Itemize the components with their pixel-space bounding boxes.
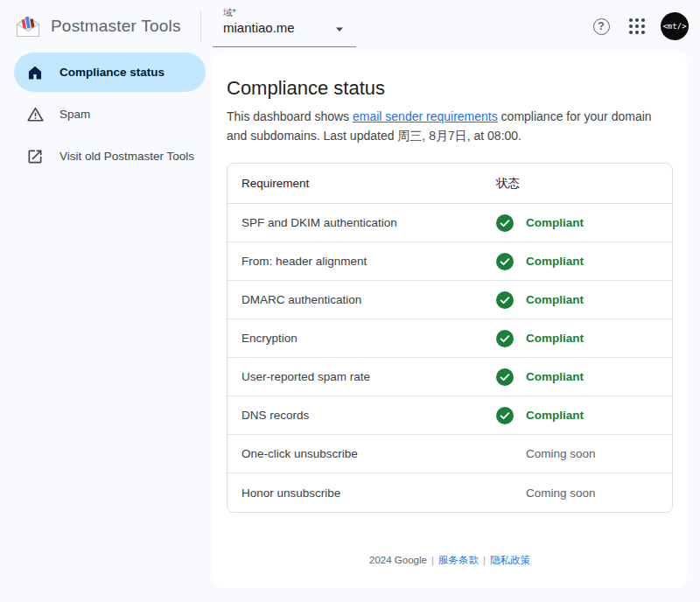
main-content-card: Compliance status This dashboard shows e…: [213, 52, 687, 588]
page-title: Compliance status: [227, 77, 385, 100]
sidebar-item-visit-old-postmaster-tools[interactable]: Visit old Postmaster Tools: [14, 136, 206, 176]
description-prefix: This dashboard shows: [227, 109, 353, 123]
footer-terms-link[interactable]: 服务条款: [438, 555, 479, 565]
table-row: User-reported spam rate Compliant: [228, 358, 672, 396]
column-header-status: 状态: [496, 176, 520, 192]
sidebar-item-spam[interactable]: Spam: [14, 94, 206, 134]
sidebar-item-label: Spam: [60, 108, 90, 121]
status-label: Compliant: [526, 332, 584, 345]
account-avatar[interactable]: <mt/>: [661, 12, 689, 40]
column-header-requirement: Requirement: [242, 177, 309, 190]
status-cell: Coming soon: [496, 447, 596, 460]
table-row: One-click unsubscribe Coming soon: [228, 435, 672, 473]
requirement-label: Honor unsubscribe: [242, 486, 340, 500]
status-cell: Compliant: [496, 214, 584, 232]
table-row: Honor unsubscribe Coming soon: [228, 473, 672, 512]
domain-selector-label: 域*: [223, 7, 236, 19]
footer-privacy-link[interactable]: 隐私政策: [490, 555, 530, 565]
help-button[interactable]: ?: [589, 14, 613, 38]
status-cell: Compliant: [496, 407, 584, 424]
requirement-label: One-click unsubscribe: [242, 447, 358, 460]
status-label: Coming soon: [526, 447, 596, 460]
check-circle-icon: [496, 291, 514, 309]
sidebar-item-compliance-status[interactable]: Compliance status: [14, 52, 206, 92]
question-mark-icon: ?: [593, 18, 610, 35]
requirement-label: User-reported spam rate: [242, 370, 370, 383]
header-divider: [200, 11, 201, 41]
check-circle-icon: [496, 330, 514, 347]
header-actions: ? <mt/>: [589, 0, 689, 52]
status-label: Compliant: [526, 293, 584, 306]
postmaster-tools-page: Postmaster Tools 域* miantiao.me ? <mt/>: [0, 0, 700, 602]
footer-separator: |: [483, 555, 486, 565]
compliance-table-body: SPF and DKIM authentication Compliant Fr…: [228, 204, 672, 512]
email-sender-requirements-link[interactable]: email sender requirements: [353, 109, 498, 123]
brand: Postmaster Tools: [0, 13, 181, 39]
check-circle-icon: [496, 407, 514, 424]
google-apps-button[interactable]: [625, 14, 649, 38]
warning-triangle-icon: [24, 104, 46, 125]
table-row: DNS records Compliant: [228, 396, 672, 435]
requirement-label: Encryption: [242, 332, 298, 345]
status-label: Compliant: [526, 216, 584, 229]
home-icon: [24, 62, 46, 83]
status-label: Coming soon: [526, 486, 596, 500]
requirement-label: From: header alignment: [242, 255, 367, 268]
requirement-label: DNS records: [242, 409, 309, 422]
status-label: Compliant: [526, 370, 584, 383]
sidebar: Compliance status Spam Visit old Postmas…: [0, 52, 213, 176]
domain-selector-value: miantiao.me: [223, 20, 295, 35]
check-circle-icon: [496, 253, 514, 270]
footer: 2024 Google|服务条款|隐私政策: [213, 554, 687, 567]
status-cell: Compliant: [496, 368, 584, 386]
postmaster-tools-logo-icon: [14, 13, 42, 39]
status-cell: Compliant: [496, 291, 584, 309]
table-row: DMARC authentication Compliant: [228, 281, 672, 319]
domain-selector[interactable]: 域* miantiao.me: [213, 4, 356, 47]
sidebar-item-label: Compliance status: [60, 66, 164, 79]
compliance-table: Requirement 状态 SPF and DKIM authenticati…: [227, 163, 673, 513]
chevron-down-icon: [335, 22, 344, 31]
open-in-new-icon: [24, 146, 46, 167]
status-label: Compliant: [526, 255, 584, 268]
table-row: Encryption Compliant: [228, 319, 672, 358]
requirement-label: DMARC authentication: [242, 293, 361, 306]
footer-separator: |: [431, 555, 434, 565]
sidebar-item-label: Visit old Postmaster Tools: [60, 150, 194, 163]
check-circle-icon: [496, 368, 514, 386]
table-header-row: Requirement 状态: [228, 164, 672, 204]
check-circle-icon: [496, 214, 514, 232]
status-label: Compliant: [526, 409, 584, 422]
top-app-bar: Postmaster Tools 域* miantiao.me ? <mt/>: [0, 0, 700, 52]
requirement-label: SPF and DKIM authentication: [242, 216, 397, 229]
table-row: SPF and DKIM authentication Compliant: [228, 204, 672, 242]
apps-grid-icon: [629, 18, 645, 34]
status-cell: Compliant: [496, 330, 584, 347]
status-cell: Compliant: [496, 253, 584, 270]
table-row: From: header alignment Compliant: [228, 242, 672, 281]
page-description: This dashboard shows email sender requir…: [227, 107, 671, 145]
status-cell: Coming soon: [496, 486, 596, 500]
footer-copyright: 2024 Google: [369, 555, 427, 565]
app-title: Postmaster Tools: [51, 17, 181, 36]
